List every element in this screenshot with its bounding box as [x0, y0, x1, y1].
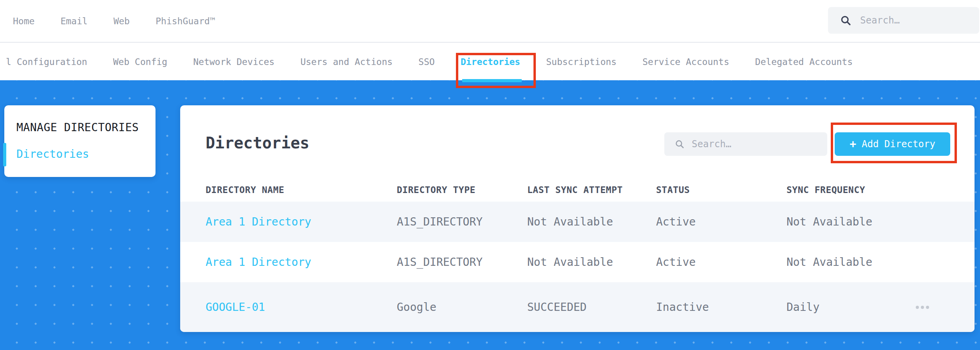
- last-sync-cell: Not Available: [527, 256, 656, 269]
- top-nav-bar: Home Email Web PhishGuard™: [0, 0, 980, 43]
- last-sync-cell: Not Available: [527, 215, 656, 228]
- directory-name-link[interactable]: GOOGLE-01: [206, 301, 397, 314]
- panel-title: MANAGE DIRECTORIES: [16, 122, 139, 134]
- add-directory-button[interactable]: + Add Directory: [835, 132, 950, 156]
- table-row: Area 1 Directory A1S_DIRECTORY Not Avail…: [180, 202, 975, 242]
- col-directory-type: DIRECTORY TYPE: [397, 185, 527, 195]
- global-search-box[interactable]: [828, 7, 979, 34]
- app-window: Home Email Web PhishGuard™ l Configurati…: [0, 0, 980, 350]
- nav-item-email[interactable]: Email: [60, 16, 87, 26]
- search-icon: [674, 139, 685, 149]
- status-cell: Active: [656, 215, 787, 228]
- tab-network-devices[interactable]: Network Devices: [193, 57, 275, 67]
- manage-directories-panel: MANAGE DIRECTORIES Directories: [4, 105, 155, 177]
- directories-table: DIRECTORY NAME DIRECTORY TYPE LAST SYNC …: [180, 178, 975, 332]
- sidebar-item-directories[interactable]: Directories: [16, 148, 89, 160]
- sync-frequency-cell: Not Available: [787, 215, 916, 228]
- directory-type-cell: Google: [397, 301, 527, 314]
- directory-name-link[interactable]: Area 1 Directory: [206, 215, 397, 228]
- tab-sso[interactable]: SSO: [418, 57, 435, 67]
- tab-email-configuration[interactable]: l Configuration: [6, 57, 87, 67]
- tab-delegated-accounts[interactable]: Delegated Accounts: [755, 57, 853, 67]
- table-header-row: DIRECTORY NAME DIRECTORY TYPE LAST SYNC …: [180, 178, 975, 202]
- row-actions-menu-icon[interactable]: [916, 306, 931, 309]
- directories-search-input[interactable]: [692, 139, 809, 150]
- plus-icon: +: [850, 139, 856, 150]
- sync-frequency-cell: Daily: [787, 301, 916, 314]
- directories-search-box[interactable]: [664, 132, 827, 156]
- sync-frequency-cell: Not Available: [787, 256, 916, 269]
- col-status: STATUS: [656, 185, 787, 195]
- page-title: Directories: [206, 135, 309, 151]
- active-tab-underline: [462, 79, 522, 82]
- status-cell: Inactive: [656, 301, 787, 314]
- workspace-background: MANAGE DIRECTORIES Directories Directori…: [0, 80, 980, 350]
- status-cell: Active: [656, 256, 787, 269]
- nav-item-home[interactable]: Home: [13, 16, 34, 26]
- col-sync-frequency: SYNC FREQUENCY: [787, 185, 916, 195]
- nav-item-phishguard[interactable]: PhishGuard™: [155, 16, 215, 26]
- directory-type-cell: A1S_DIRECTORY: [397, 215, 527, 228]
- settings-tab-bar: l Configuration Web Config Network Devic…: [0, 43, 980, 80]
- active-item-indicator: [3, 143, 6, 166]
- add-directory-label: Add Directory: [862, 139, 935, 150]
- tab-subscriptions[interactable]: Subscriptions: [546, 57, 617, 67]
- tab-web-config[interactable]: Web Config: [113, 57, 167, 67]
- directory-type-cell: A1S_DIRECTORY: [397, 256, 527, 269]
- col-directory-name: DIRECTORY NAME: [206, 185, 397, 195]
- nav-item-web[interactable]: Web: [114, 16, 130, 26]
- directory-name-link[interactable]: Area 1 Directory: [206, 256, 397, 269]
- table-row: GOOGLE-01 Google SUCCEEDED Inactive Dail…: [180, 282, 975, 332]
- global-search-input[interactable]: [860, 15, 970, 26]
- tab-users-and-actions[interactable]: Users and Actions: [300, 57, 392, 67]
- directories-card: Directories + Add Directory DIRECTORY NA…: [180, 105, 975, 332]
- last-sync-cell: SUCCEEDED: [527, 301, 656, 314]
- table-row: Area 1 Directory A1S_DIRECTORY Not Avail…: [180, 242, 975, 282]
- search-icon: [840, 14, 852, 26]
- col-last-sync-attempt: LAST SYNC ATTEMPT: [527, 185, 656, 195]
- tab-service-accounts[interactable]: Service Accounts: [642, 57, 729, 67]
- tab-directories[interactable]: Directories: [461, 57, 520, 67]
